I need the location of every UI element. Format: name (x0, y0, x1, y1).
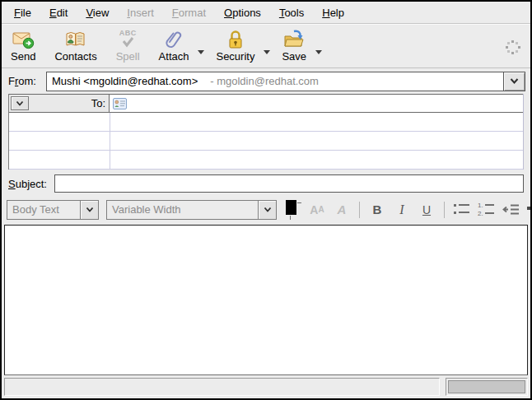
menu-view[interactable]: View (77, 3, 118, 22)
from-row: From: Mushi <mgoldin@redhat.com> - mgold… (2, 68, 530, 94)
format-toolbar: Body Text Variable Width AA A B I U (2, 196, 530, 223)
contacts-icon (65, 28, 86, 50)
menu-options[interactable]: Options (215, 3, 270, 22)
menu-help[interactable]: Help (313, 3, 353, 22)
menu-tools[interactable]: Tools (270, 3, 313, 22)
unindent-button[interactable] (501, 199, 522, 221)
toolbar-separator (444, 202, 445, 218)
chevron-down-icon (198, 50, 204, 54)
spell-label: Spell (116, 50, 140, 63)
paragraph-style-combobox[interactable]: Body Text (7, 200, 99, 220)
chevron-down-icon (315, 50, 322, 54)
paragraph-style-dropdown-button[interactable] (80, 201, 98, 219)
bold-button[interactable]: B (366, 199, 388, 221)
grid-column-divider (110, 113, 110, 170)
recipient-row[interactable] (9, 132, 523, 151)
send-icon (12, 28, 35, 50)
menu-edit[interactable]: Edit (40, 3, 77, 22)
recipient-type-header[interactable]: To: (9, 95, 110, 112)
from-account-combobox[interactable]: Mushi <mgoldin@redhat.com> - mgoldin@red… (46, 72, 525, 91)
underline-button[interactable]: U (416, 199, 437, 221)
from-account-email: - mgoldin@redhat.com (210, 75, 319, 87)
send-button[interactable]: Send (5, 26, 41, 67)
unindent-icon (502, 202, 521, 217)
activity-spinner-icon (503, 38, 522, 57)
subject-label: Subject: (8, 178, 54, 190)
recipients-grid: To: (8, 94, 524, 170)
from-account-value: Mushi <mgoldin@redhat.com> - mgoldin@red… (47, 72, 503, 91)
save-dropdown-button[interactable] (314, 26, 323, 67)
attach-label: Attach (159, 50, 189, 63)
recipient-row[interactable] (9, 113, 523, 132)
spell-button: ABC Spell (110, 26, 146, 67)
recipient-header-row: To: (9, 94, 523, 113)
paperclip-icon (163, 28, 184, 50)
save-draft-icon (283, 28, 306, 50)
text-color-picker[interactable] (283, 199, 305, 221)
send-label: Send (11, 50, 35, 63)
clipped-toolbar-item (527, 207, 530, 210)
subject-row: Subject: (2, 170, 530, 196)
security-button[interactable]: Security (210, 26, 260, 67)
progress-bar (448, 380, 525, 393)
font-style-combobox[interactable]: Variable Width (106, 200, 277, 220)
numbered-list-icon: 1. 2. (477, 202, 497, 217)
bullet-list-icon (452, 202, 472, 217)
to-entry[interactable] (110, 95, 523, 112)
recipient-type-dropdown-button[interactable] (11, 96, 29, 110)
menu-insert: Insert (118, 3, 163, 22)
font-style-dropdown-button[interactable] (258, 201, 276, 219)
contact-card-icon (113, 98, 127, 109)
from-dropdown-button[interactable] (503, 72, 525, 91)
status-message (4, 378, 440, 396)
chevron-down-icon (16, 100, 24, 107)
font-size-increase-button: A (331, 199, 352, 221)
main-toolbar: Send Contacts ABC Spell (2, 25, 530, 68)
contacts-label: Contacts (54, 50, 96, 63)
to-label: To: (91, 97, 105, 109)
font-size-decrease-button: AA (306, 199, 328, 221)
save-button[interactable]: Save (276, 26, 312, 67)
compose-message-window: File Edit View Insert Format Options Too… (0, 0, 532, 400)
chevron-down-icon (86, 207, 94, 213)
subject-input[interactable] (54, 174, 524, 193)
menu-format: Format (163, 3, 215, 22)
progress-well (446, 378, 528, 396)
recipient-empty-rows (9, 113, 523, 170)
status-bar (4, 378, 528, 396)
spell-check-icon: ABC (119, 28, 137, 50)
foreground-color-swatch (286, 200, 296, 215)
padlock-icon (225, 28, 246, 50)
chevron-down-icon (264, 50, 270, 54)
italic-button[interactable]: I (391, 199, 413, 221)
toolbar-separator (359, 202, 360, 218)
security-label: Security (216, 50, 254, 63)
chevron-down-icon (510, 77, 519, 85)
from-label: From: (8, 75, 46, 87)
menu-file[interactable]: File (5, 3, 40, 22)
save-label: Save (282, 50, 306, 63)
message-body-editor[interactable] (4, 225, 528, 375)
menu-bar: File Edit View Insert Format Options Too… (2, 2, 530, 23)
attach-button[interactable]: Attach (153, 26, 195, 67)
security-dropdown-button[interactable] (262, 26, 271, 67)
recipient-row[interactable] (9, 151, 523, 170)
attach-dropdown-button[interactable] (196, 26, 205, 67)
bullet-list-button[interactable] (451, 199, 473, 221)
numbered-list-button[interactable]: 1. 2. (476, 199, 497, 221)
contacts-button[interactable]: Contacts (49, 26, 102, 67)
chevron-down-icon (264, 207, 272, 213)
